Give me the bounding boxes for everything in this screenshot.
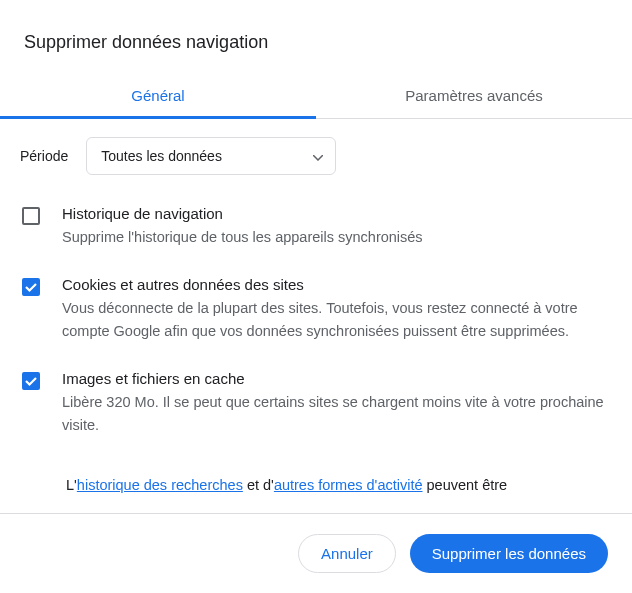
option-cookies: Cookies et autres données des sites Vous… — [20, 276, 612, 342]
option-text: Cookies et autres données des sites Vous… — [62, 276, 612, 342]
option-cache: Images et fichiers en cache Libère 320 M… — [20, 370, 612, 436]
option-title: Images et fichiers en cache — [62, 370, 612, 387]
option-title: Cookies et autres données des sites — [62, 276, 612, 293]
dialog-title: Supprimer données navigation — [0, 0, 632, 73]
tab-advanced[interactable]: Paramètres avancés — [316, 73, 632, 118]
checkbox-browsing-history[interactable] — [22, 207, 40, 225]
period-selected-value: Toutes les données — [101, 148, 222, 164]
chevron-down-icon — [313, 148, 323, 164]
period-label: Période — [20, 148, 68, 164]
info-suffix: peuvent être — [423, 477, 508, 493]
checkbox-cookies[interactable] — [22, 278, 40, 296]
option-title: Historique de navigation — [62, 205, 612, 222]
tab-bar: Général Paramètres avancés — [0, 73, 632, 119]
dialog-footer: Annuler Supprimer les données — [0, 513, 632, 593]
tab-general[interactable]: Général — [0, 73, 316, 118]
period-row: Période Toutes les données — [20, 137, 612, 175]
link-search-history[interactable]: historique des recherches — [77, 477, 243, 493]
clear-browsing-data-dialog: Supprimer données navigation Général Par… — [0, 0, 632, 593]
info-mid: et d' — [243, 477, 274, 493]
confirm-button[interactable]: Supprimer les données — [410, 534, 608, 573]
option-text: Images et fichiers en cache Libère 320 M… — [62, 370, 612, 436]
option-desc: Vous déconnecte de la plupart des sites.… — [62, 297, 612, 342]
checkbox-cache[interactable] — [22, 372, 40, 390]
info-prefix: L' — [66, 477, 77, 493]
content-area: Période Toutes les données Historique de… — [0, 119, 632, 513]
tab-advanced-label: Paramètres avancés — [405, 87, 543, 104]
period-select[interactable]: Toutes les données — [86, 137, 336, 175]
link-other-activity[interactable]: autres formes d'activité — [274, 477, 423, 493]
info-box: L'historique des recherches et d'autres … — [20, 464, 612, 496]
cancel-button[interactable]: Annuler — [298, 534, 396, 573]
option-desc: Libère 320 Mo. Il se peut que certains s… — [62, 391, 612, 436]
option-browsing-history: Historique de navigation Supprime l'hist… — [20, 205, 612, 248]
option-text: Historique de navigation Supprime l'hist… — [62, 205, 612, 248]
option-desc: Supprime l'historique de tous les appare… — [62, 226, 612, 248]
tab-general-label: Général — [131, 87, 184, 104]
